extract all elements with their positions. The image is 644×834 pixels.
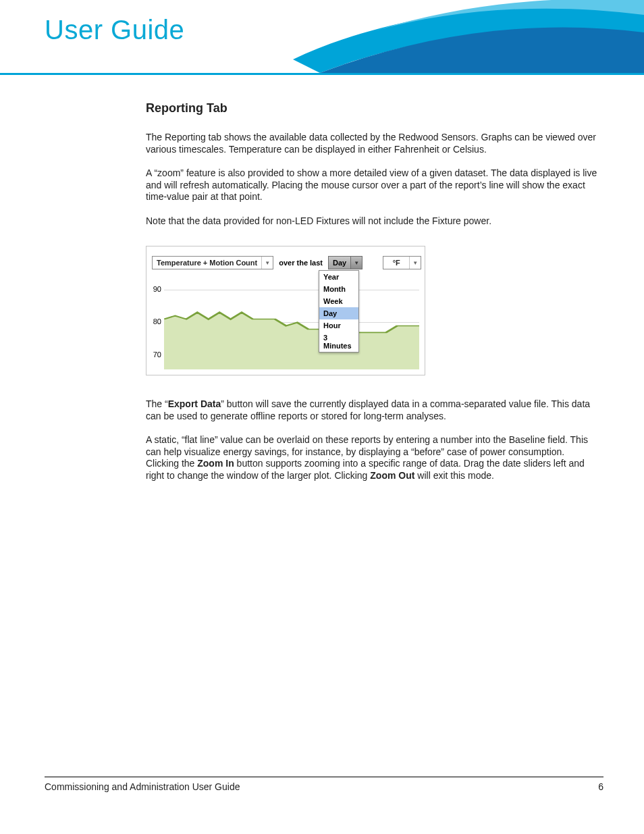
footer-left: Commissioning and Administration User Gu… [45, 781, 240, 792]
timescale-option-day[interactable]: Day [319, 307, 358, 319]
timescale-dropdown[interactable]: Day ▼ [328, 256, 363, 269]
page-header: User Guide [0, 0, 644, 75]
reporting-widget-figure: Temperature + Motion Count ▼ over the la… [146, 246, 425, 375]
chevron-down-icon: ▼ [350, 257, 362, 269]
section-heading: Reporting Tab [146, 101, 598, 115]
footer-page-number: 6 [598, 781, 603, 792]
unit-dropdown-label: °F [383, 259, 409, 267]
y-tick: 70 [148, 350, 161, 359]
timescale-menu: Year Month Week Day Hour 3 Minutes [319, 270, 359, 353]
over-the-last-label: over the last [277, 259, 324, 267]
y-tick: 90 [148, 285, 161, 293]
paragraph: The Reporting tab shows the available da… [146, 132, 598, 155]
doc-title: User Guide [45, 15, 184, 45]
chevron-down-icon: ▼ [261, 257, 273, 269]
paragraph: A static, “flat line” value can be overl… [146, 434, 598, 481]
content-area: Reporting Tab The Reporting tab shows th… [146, 101, 598, 494]
paragraph: The “Export Data” button will save the c… [146, 398, 598, 422]
timescale-option-3minutes[interactable]: 3 Minutes [319, 332, 358, 352]
header-swoosh [293, 0, 644, 73]
chart-svg [164, 279, 419, 369]
control-row: Temperature + Motion Count ▼ over the la… [152, 256, 421, 269]
paragraph: Note that the data provided for non-LED … [146, 215, 598, 228]
page-footer: Commissioning and Administration User Gu… [45, 777, 603, 792]
metric-dropdown[interactable]: Temperature + Motion Count ▼ [152, 256, 273, 269]
paragraph: A “zoom” feature is also provided to sho… [146, 167, 598, 203]
timescale-option-week[interactable]: Week [319, 295, 358, 307]
y-tick: 80 [148, 317, 161, 325]
timescale-option-hour[interactable]: Hour [319, 319, 358, 332]
timescale-option-month[interactable]: Month [319, 283, 358, 295]
chart-area: 90 80 70 [164, 279, 419, 369]
chevron-down-icon: ▼ [409, 257, 421, 269]
unit-dropdown[interactable]: °F ▼ [383, 256, 421, 269]
timescale-option-year[interactable]: Year [319, 271, 358, 283]
timescale-dropdown-label: Day [329, 259, 350, 267]
metric-dropdown-label: Temperature + Motion Count [153, 259, 261, 267]
